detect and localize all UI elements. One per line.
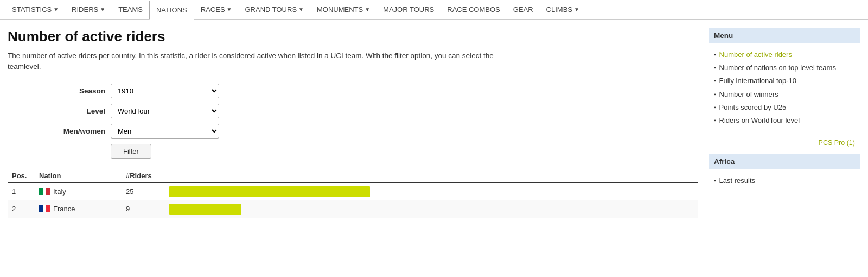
menu-items-list: Number of active riders Number of nation… [709,45,860,133]
nav-statistics[interactable]: STATISTICS ▼ [5,0,65,19]
cell-bar [165,200,698,218]
nav-monuments-arrow: ▼ [365,7,370,12]
nav-grand-tours[interactable]: GRAND TOURS ▼ [238,0,310,19]
nav-monuments[interactable]: MONUMENTS ▼ [310,0,376,19]
riders-bar [169,204,241,215]
main-layout: Number of active riders The number of ac… [0,20,868,223]
content-area: Number of active riders The number of ac… [8,28,698,218]
cell-riders: 25 [122,182,165,200]
riders-table: Pos. Nation #Riders 1 Italy 25 2 [8,169,698,218]
level-label: Level [51,107,105,115]
menu-item-u25: Points scored by U25 [709,101,860,114]
nav-races-arrow: ▼ [227,7,232,12]
level-select[interactable]: WorldTour [111,104,219,118]
season-row: Season 1910 [51,84,698,98]
col-bar [165,169,698,182]
cell-bar [165,182,698,200]
nav-riders[interactable]: RIDERS ▼ [65,0,112,19]
table-row: 2 France 9 [8,200,698,218]
africa-last-results: Last results [709,174,860,187]
menu-item-winners: Number of winners [709,88,860,101]
cell-pos: 1 [8,182,35,200]
menu-item-active-riders[interactable]: Number of active riders [709,48,860,61]
nav-climbs-arrow: ▼ [574,7,579,12]
nav-gear[interactable]: GEAR [507,0,540,19]
filter-row: Filter [111,144,698,159]
cell-pos: 2 [8,200,35,218]
col-pos: Pos. [8,169,35,182]
cell-nation: France [35,200,122,218]
flag-france [39,205,50,212]
pcs-pro-label: PCS Pro (1) [709,139,860,147]
nav-teams[interactable]: TEAMS [112,0,149,19]
menu-item-nations-top: Number of nations on top level teams [709,61,860,74]
menu-item-worldtour: Riders on WorldTour level [709,114,860,127]
menu-item-intl-top10: Fully international top-10 [709,74,860,87]
nav-grand-tours-arrow: ▼ [298,7,304,12]
nav-riders-arrow: ▼ [100,7,105,12]
nation-name: France [53,205,75,213]
menu-link-active-riders[interactable]: Number of active riders [719,50,792,60]
table-header-row: Pos. Nation #Riders [8,169,698,182]
africa-section-header: Africa [709,154,860,169]
sidebar: Menu Number of active riders Number of n… [709,28,860,218]
nav-statistics-arrow: ▼ [53,7,59,12]
africa-items-list: Last results [709,171,860,193]
col-nation: Nation [35,169,122,182]
cell-riders: 9 [122,200,165,218]
season-label: Season [51,87,105,95]
riders-bar [169,186,370,197]
level-row: Level WorldTour [51,104,698,118]
nav-races[interactable]: RACES ▼ [194,0,239,19]
nation-name: Italy [53,187,66,196]
flag-italy [39,188,50,195]
menwomen-label: Men/women [51,127,105,135]
menu-section-header: Menu [709,28,860,43]
navbar: STATISTICS ▼ RIDERS ▼ TEAMS NATIONS RACE… [0,0,868,20]
nav-race-combos[interactable]: RACE COMBOS [441,0,507,19]
nav-climbs[interactable]: CLIMBS ▼ [540,0,586,19]
page-description: The number of active riders per country.… [8,51,496,73]
filter-button[interactable]: Filter [111,144,151,159]
season-select[interactable]: 1910 [111,84,219,98]
menwomen-row: Men/women Men [51,124,698,138]
nav-nations[interactable]: NATIONS [149,1,194,20]
col-riders: #Riders [122,169,165,182]
nav-major-tours[interactable]: MAJOR TOURS [376,0,441,19]
cell-nation: Italy [35,182,122,200]
page-title: Number of active riders [8,28,698,45]
menwomen-select[interactable]: Men [111,124,219,138]
table-row: 1 Italy 25 [8,182,698,200]
